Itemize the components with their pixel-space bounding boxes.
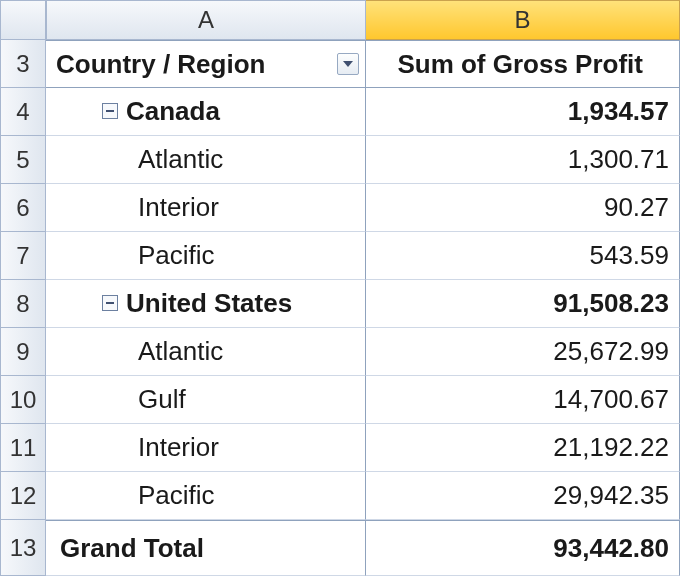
pivot-field-row-labels[interactable]: Country / Region (46, 40, 366, 88)
row-header[interactable]: 8 (0, 280, 46, 328)
pivot-sheet: A B 3 Country / Region Sum of Gross Prof… (0, 0, 680, 578)
grand-total-value[interactable]: 93,442.80 (366, 520, 680, 576)
chevron-down-icon (343, 61, 353, 67)
collapse-button[interactable] (102, 103, 118, 119)
minus-icon (105, 298, 115, 308)
minus-icon (105, 106, 115, 116)
row-header[interactable]: 10 (0, 376, 46, 424)
item-value[interactable]: 29,942.35 (366, 472, 680, 520)
row-header[interactable]: 12 (0, 472, 46, 520)
item-value[interactable]: 90.27 (366, 184, 680, 232)
item-label[interactable]: Atlantic (46, 328, 366, 376)
group-total[interactable]: 91,508.23 (366, 280, 680, 328)
group-row[interactable]: United States (46, 280, 366, 328)
group-row[interactable]: Canada (46, 88, 366, 136)
row-header[interactable]: 11 (0, 424, 46, 472)
collapse-button[interactable] (102, 295, 118, 311)
item-value[interactable]: 25,672.99 (366, 328, 680, 376)
select-all-corner[interactable] (0, 0, 46, 40)
group-label: Canada (126, 96, 220, 127)
item-value[interactable]: 14,700.67 (366, 376, 680, 424)
row-header[interactable]: 9 (0, 328, 46, 376)
row-header[interactable]: 13 (0, 520, 46, 576)
item-label[interactable]: Pacific (46, 232, 366, 280)
group-total[interactable]: 1,934.57 (366, 88, 680, 136)
pivot-values-label: Sum of Gross Profit (397, 49, 643, 80)
pivot-field-label: Country / Region (56, 49, 265, 80)
row-header[interactable]: 7 (0, 232, 46, 280)
item-label[interactable]: Pacific (46, 472, 366, 520)
row-header[interactable]: 6 (0, 184, 46, 232)
row-header[interactable]: 3 (0, 40, 46, 88)
item-label[interactable]: Interior (46, 424, 366, 472)
row-header[interactable]: 5 (0, 136, 46, 184)
item-label[interactable]: Gulf (46, 376, 366, 424)
svg-rect-0 (106, 110, 114, 112)
item-value[interactable]: 543.59 (366, 232, 680, 280)
column-header-A[interactable]: A (46, 0, 366, 40)
pivot-field-values[interactable]: Sum of Gross Profit (366, 40, 680, 88)
grand-total-label[interactable]: Grand Total (46, 520, 366, 576)
item-value[interactable]: 1,300.71 (366, 136, 680, 184)
column-header-B[interactable]: B (366, 0, 680, 40)
group-label: United States (126, 288, 292, 319)
filter-dropdown-button[interactable] (337, 53, 359, 75)
row-header[interactable]: 4 (0, 88, 46, 136)
item-label[interactable]: Interior (46, 184, 366, 232)
svg-rect-1 (106, 302, 114, 304)
item-value[interactable]: 21,192.22 (366, 424, 680, 472)
item-label[interactable]: Atlantic (46, 136, 366, 184)
